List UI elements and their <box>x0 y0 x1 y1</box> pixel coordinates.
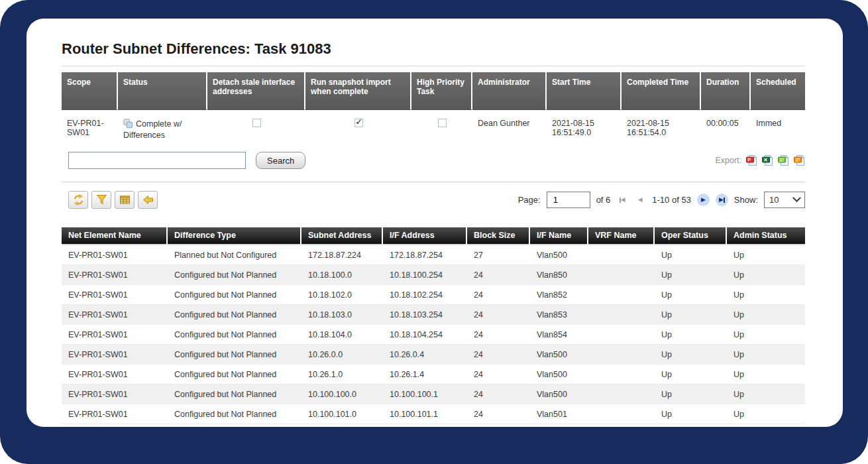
table-cell: Up <box>727 245 805 265</box>
table-cell: Up <box>655 345 727 365</box>
table-cell: Planned but Not Configured <box>168 245 301 265</box>
column-settings-button[interactable] <box>115 191 135 209</box>
export-box: Export: <box>715 154 805 166</box>
html-export-button[interactable] <box>794 154 805 166</box>
task-header-row: ScopeStatusDetach stale interface addres… <box>62 72 805 110</box>
csv-export-icon <box>778 154 789 166</box>
table-cell <box>588 245 655 265</box>
content-card: Router Subnet Differences: Task 91083 Sc… <box>27 19 843 427</box>
table-cell: EV-PR01-SW01 <box>62 265 168 285</box>
table-cell: Vlan501 <box>530 404 588 424</box>
excel-export-button[interactable] <box>762 154 773 166</box>
task-column-header: Completed Time <box>622 72 701 110</box>
task-column-header: Status <box>118 72 207 110</box>
page-size-value: 10 <box>769 195 779 205</box>
table-row[interactable]: EV-PR01-SW01Configured but Not Planned10… <box>62 404 805 424</box>
high-priority-checkbox[interactable] <box>438 119 447 127</box>
column-header[interactable]: Net Element Name <box>62 227 168 245</box>
search-input[interactable] <box>68 152 246 169</box>
task-column-header: Detach stale interface addresses <box>207 72 305 110</box>
csv-export-button[interactable] <box>778 154 789 166</box>
table-row[interactable]: EV-PR01-SW01Configured but Not Planned10… <box>62 345 805 365</box>
task-scheduled: Immed <box>751 110 805 150</box>
table-cell: EV-PR01-SW01 <box>62 384 168 404</box>
table-row[interactable]: EV-PR01-SW01Configured but Not Planned10… <box>62 305 805 325</box>
back-button[interactable] <box>138 191 158 209</box>
table-row[interactable]: EV-PR01-SW01Configured but Not Planned10… <box>62 384 805 404</box>
table-cell: Vlan850 <box>530 265 588 285</box>
search-button[interactable]: Search <box>256 152 305 169</box>
first-page-button[interactable]: ◀ <box>616 194 628 206</box>
pdf-export-icon <box>746 154 757 166</box>
table-row[interactable]: EV-PR01-SW01Configured but Not Planned10… <box>62 285 805 305</box>
previous-page-button[interactable]: ◀ <box>634 194 646 206</box>
chevron-down-icon <box>792 194 801 202</box>
table-cell: EV-PR01-SW01 <box>62 285 168 305</box>
page-count-label: of 6 <box>596 195 611 205</box>
table-cell: 24 <box>467 305 530 325</box>
table-cell: EV-PR01-SW01 <box>62 404 168 424</box>
row-range-label: 1-10 of 53 <box>652 195 691 205</box>
table-cell: 10.18.103.254 <box>383 305 467 325</box>
last-page-bar-icon <box>724 198 725 203</box>
table-cell: Configured but Not Planned <box>168 285 301 305</box>
task-row: EV-PR01-SW01 Complete w/ Differences <box>62 110 805 150</box>
table-cell: Up <box>655 325 727 345</box>
table-cell: EV-PR01-SW01 <box>62 325 168 345</box>
column-header[interactable]: I/F Address <box>383 227 467 245</box>
differences-table: Net Element NameDifference TypeSubnet Ad… <box>62 227 805 424</box>
table-icon <box>119 194 131 205</box>
table-row[interactable]: EV-PR01-SW01Configured but Not Planned10… <box>62 365 805 384</box>
column-header[interactable]: VRF Name <box>588 227 655 245</box>
column-header[interactable]: Oper Status <box>655 227 727 245</box>
column-header[interactable]: I/F Name <box>530 227 588 245</box>
table-cell: 10.18.104.254 <box>383 325 467 345</box>
table-cell: 10.100.101.1 <box>383 404 467 424</box>
last-page-icon: ▶ <box>719 197 724 203</box>
table-cell: 24 <box>467 384 530 404</box>
table-cell: EV-PR01-SW01 <box>62 345 168 365</box>
task-column-header: Administrator <box>472 72 547 110</box>
page-size-select[interactable]: 10 <box>764 192 805 208</box>
refresh-icon <box>73 194 84 205</box>
pdf-export-button[interactable] <box>746 154 757 166</box>
last-page-button[interactable]: ▶ <box>716 194 728 206</box>
table-row[interactable]: EV-PR01-SW01Configured but Not Planned10… <box>62 325 805 345</box>
table-cell: 10.26.0.4 <box>383 345 467 365</box>
table-cell: Configured but Not Planned <box>168 384 301 404</box>
page-number-input[interactable] <box>547 192 590 208</box>
table-cell <box>588 404 655 424</box>
table-cell: 24 <box>467 265 530 285</box>
task-column-header: Scheduled <box>751 72 805 110</box>
table-cell: Vlan500 <box>530 345 588 365</box>
table-cell: Vlan500 <box>530 384 588 404</box>
next-page-button[interactable]: ▶ <box>697 194 710 206</box>
detach-stale-checkbox[interactable] <box>252 119 261 127</box>
table-cell: 24 <box>467 404 530 424</box>
table-cell: 24 <box>467 365 530 384</box>
table-cell: 24 <box>467 345 530 365</box>
column-header[interactable]: Subnet Address <box>301 227 383 245</box>
refresh-button[interactable] <box>68 191 88 209</box>
table-cell: Vlan500 <box>530 245 588 265</box>
filter-button[interactable] <box>91 191 111 209</box>
outer-frame: Router Subnet Differences: Task 91083 Sc… <box>0 0 868 464</box>
column-header[interactable]: Block Size <box>467 227 530 245</box>
table-row[interactable]: EV-PR01-SW01Planned but Not Configured17… <box>62 245 805 265</box>
column-header[interactable]: Admin Status <box>727 227 805 245</box>
run-snapshot-import-checkbox[interactable] <box>354 119 363 127</box>
table-cell: 10.18.100.0 <box>301 265 383 285</box>
table-cell: Vlan854 <box>530 325 588 345</box>
search-row: Search Export: <box>62 152 805 169</box>
table-cell <box>588 285 655 305</box>
table-row[interactable]: EV-PR01-SW01Configured but Not Planned10… <box>62 265 805 285</box>
export-label: Export: <box>715 156 741 165</box>
column-header[interactable]: Difference Type <box>168 227 301 245</box>
task-start-time: 2021-08-15 16:51:49.0 <box>547 110 622 150</box>
table-cell: Configured but Not Planned <box>168 325 301 345</box>
page-label: Page: <box>518 195 541 205</box>
table-cell: Up <box>655 404 727 424</box>
table-cell: 10.100.100.1 <box>383 384 467 404</box>
table-cell: Up <box>655 365 727 384</box>
task-column-header: Scope <box>62 72 118 110</box>
